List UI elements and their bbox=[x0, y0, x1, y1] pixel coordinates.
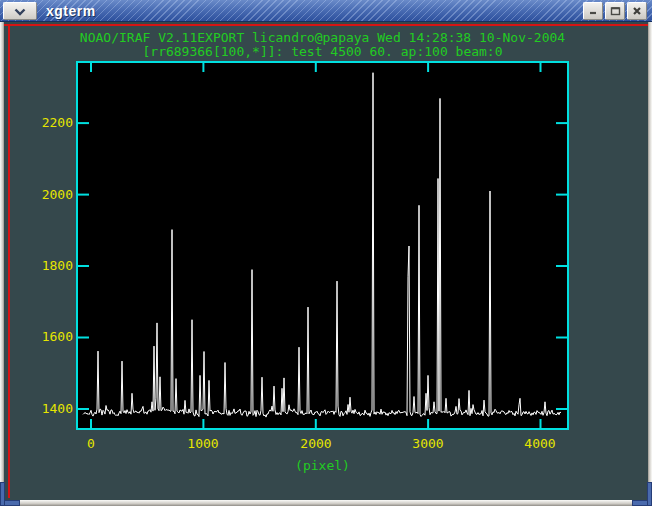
minimize-button[interactable] bbox=[583, 2, 603, 20]
y-tick-label-2000: 2000 bbox=[28, 188, 73, 202]
window-controls bbox=[583, 2, 647, 20]
accent-border-left bbox=[8, 24, 10, 498]
x-tick-label-1000: 1000 bbox=[173, 437, 233, 451]
x-tick-label-3000: 3000 bbox=[398, 437, 458, 451]
y-tick-label-1800: 1800 bbox=[28, 259, 73, 273]
resize-corner-bottom-left-v[interactable] bbox=[0, 482, 5, 506]
x-tick-label-4000: 4000 bbox=[510, 437, 570, 451]
plot-title-line1: NOAO/IRAF V2.11EXPORT licandro@papaya We… bbox=[0, 31, 645, 44]
x-axis-title: (pixel) bbox=[0, 459, 645, 473]
maximize-icon bbox=[610, 4, 621, 19]
titlebar[interactable]: xgterm bbox=[0, 0, 652, 22]
y-tick-label-1600: 1600 bbox=[28, 330, 73, 344]
chevron-down-icon bbox=[14, 4, 26, 19]
close-icon bbox=[632, 4, 642, 19]
x-tick-label-2000: 2000 bbox=[286, 437, 346, 451]
plot-title-line2: [rr689366[100,*]]: test 4500 60. ap:100 … bbox=[0, 45, 645, 58]
resize-corner-bottom-right-v[interactable] bbox=[647, 482, 652, 506]
x-tick-label-0: 0 bbox=[61, 437, 121, 451]
window-frame-left[interactable] bbox=[0, 22, 4, 506]
xgterm-window: xgterm NOAO/IRAF bbox=[0, 0, 652, 506]
window-menu-button[interactable] bbox=[3, 2, 37, 20]
window-title: xgterm bbox=[46, 3, 96, 19]
y-tick-label-1400: 1400 bbox=[28, 402, 73, 416]
y-tick-label-2200: 2200 bbox=[28, 116, 73, 130]
accent-border-top bbox=[4, 24, 648, 26]
window-frame-right[interactable] bbox=[648, 22, 652, 506]
spectrum-plot-canvas[interactable] bbox=[0, 0, 652, 506]
window-frame-bottom[interactable] bbox=[0, 500, 652, 506]
close-button[interactable] bbox=[627, 2, 647, 20]
minimize-icon bbox=[588, 4, 598, 19]
maximize-button[interactable] bbox=[605, 2, 625, 20]
